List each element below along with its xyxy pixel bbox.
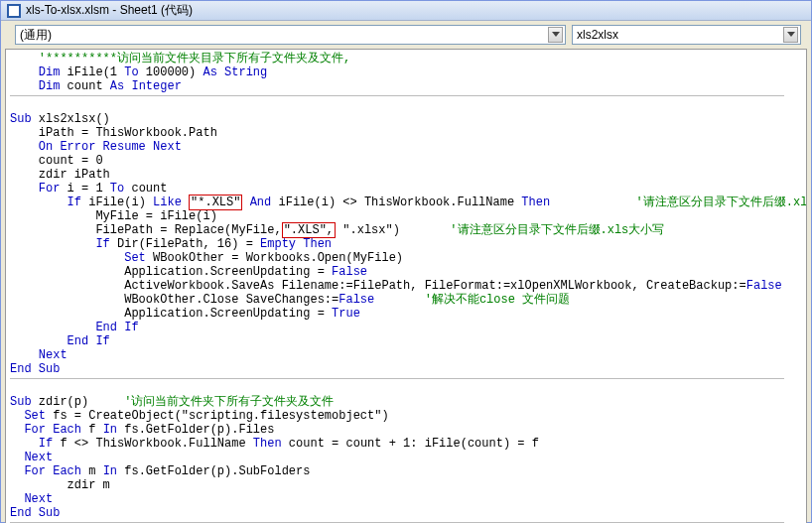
dropdown-row: (通用) xls2xlsx: [1, 21, 811, 49]
chevron-down-icon[interactable]: [783, 27, 798, 43]
chevron-down-icon[interactable]: [548, 27, 563, 43]
code-editor-wrap: '**********访问当前文件夹目录下所有子文件夹及文件, Dim iFil…: [5, 49, 807, 523]
code-editor[interactable]: '**********访问当前文件夹目录下所有子文件夹及文件, Dim iFil…: [6, 50, 806, 523]
code-content[interactable]: '**********访问当前文件夹目录下所有子文件夹及文件, Dim iFil…: [10, 52, 806, 523]
titlebar[interactable]: xls-To-xlsx.xlsm - Sheet1 (代码): [1, 1, 811, 21]
highlight-xls-ext-2: ".XLS",: [282, 222, 336, 238]
object-dropdown-value: (通用): [20, 27, 52, 44]
module-icon: [7, 4, 21, 18]
title-text: xls-To-xlsx.xlsm - Sheet1 (代码): [26, 2, 193, 19]
procedure-dropdown[interactable]: xls2xlsx: [572, 25, 801, 45]
code-window: xls-To-xlsx.xlsm - Sheet1 (代码) (通用) xls2…: [0, 0, 812, 523]
object-dropdown[interactable]: (通用): [15, 25, 566, 45]
procedure-dropdown-value: xls2xlsx: [577, 28, 618, 42]
highlight-xls-ext: "*.XLS": [189, 195, 242, 210]
